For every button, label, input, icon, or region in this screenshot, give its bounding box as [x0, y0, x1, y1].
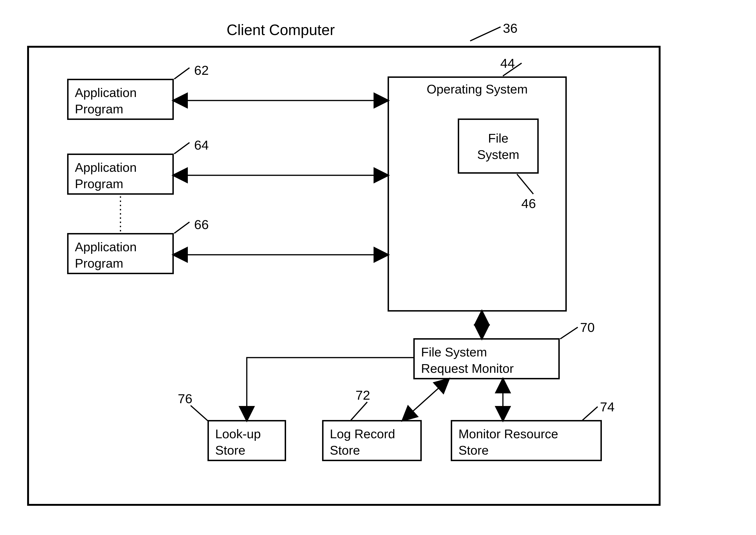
operating-system-label: Operating System: [427, 82, 528, 96]
ref-62: 62: [194, 63, 209, 78]
leader-70: [560, 327, 578, 339]
file-system-box: [459, 119, 538, 173]
arrow-monitor-log: [402, 379, 449, 421]
app3-l1: Application: [75, 240, 136, 254]
ref-44: 44: [500, 56, 515, 70]
app1-l2: Program: [75, 102, 123, 116]
leader-36: [470, 27, 500, 41]
lookup-l1: Look-up: [215, 427, 261, 441]
leader-72: [351, 402, 367, 420]
leader-62: [174, 68, 190, 79]
log-l1: Log Record: [330, 427, 395, 441]
app3-l2: Program: [75, 256, 123, 270]
monitor-l2: Request Monitor: [421, 361, 514, 375]
leader-76: [191, 406, 208, 421]
diagram-title: Client Computer: [227, 21, 335, 38]
resource-l1: Monitor Resource: [459, 427, 558, 441]
resource-l2: Store: [459, 443, 489, 457]
leader-74: [583, 407, 598, 420]
app2-l1: Application: [75, 160, 136, 174]
app2-l2: Program: [75, 177, 123, 191]
ref-64: 64: [194, 138, 209, 153]
app1-l1: Application: [75, 86, 136, 99]
lookup-l2: Store: [215, 443, 245, 457]
ref-46: 46: [521, 196, 536, 211]
diagram: Client Computer 36 Operating System 44 F…: [0, 0, 756, 535]
ref-72: 72: [355, 388, 370, 403]
file-system-label-1: File: [488, 131, 508, 145]
ref-70: 70: [580, 320, 594, 335]
log-l2: Store: [330, 443, 360, 457]
file-system-label-2: System: [477, 148, 519, 161]
operating-system-box: [388, 77, 566, 311]
monitor-l1: File System: [421, 345, 487, 359]
leader-66: [174, 222, 190, 233]
ref-74: 74: [600, 400, 615, 414]
ref-76: 76: [178, 391, 192, 406]
arrow-monitor-lookup: [247, 358, 414, 421]
leader-64: [174, 143, 190, 154]
ref-36: 36: [503, 21, 517, 36]
ref-66: 66: [194, 217, 209, 232]
